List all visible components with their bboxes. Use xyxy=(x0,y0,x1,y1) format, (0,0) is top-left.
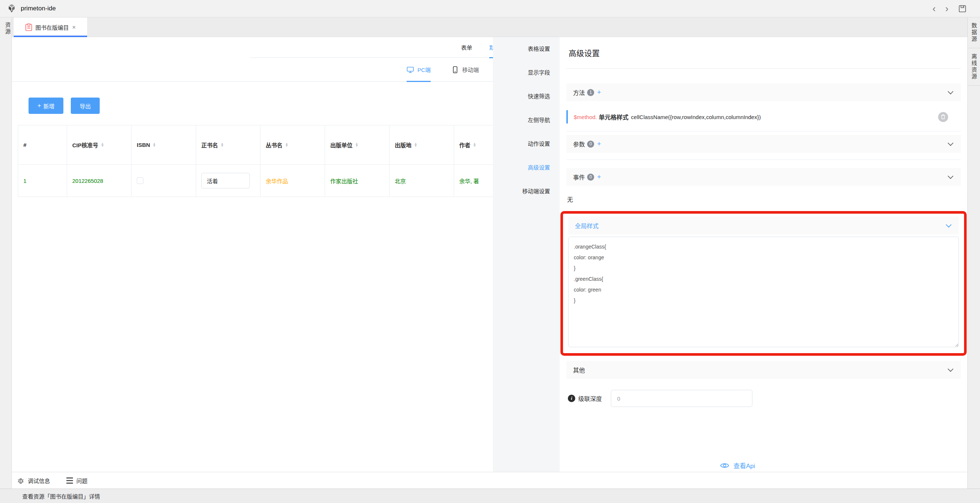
title-bar: primeton-ide ‹ › xyxy=(0,0,980,18)
column-header-cip: CIP核准号 ▲▼ xyxy=(67,125,132,165)
left-sidebar-rail: 资源 xyxy=(0,18,12,489)
add-param-icon[interactable]: + xyxy=(597,140,601,148)
sidebar-item-offline-resources[interactable]: 离线资源 xyxy=(968,48,980,86)
sort-icon[interactable]: ▲▼ xyxy=(153,143,156,147)
section-other[interactable]: 其他 xyxy=(566,361,961,379)
cell-index: 1 xyxy=(18,165,67,197)
trash-icon xyxy=(941,114,945,120)
column-header-index: # xyxy=(18,125,67,165)
method-item: $method. 单元格样式 cellClassName({row,rowInd… xyxy=(566,107,961,126)
column-header-publisher: 出版单位 ▲▼ xyxy=(325,125,390,165)
cascade-depth-label: 级联深度 xyxy=(578,394,602,403)
column-header-series: 丛书名 ▲▼ xyxy=(261,125,325,165)
phone-icon xyxy=(452,66,459,73)
panel-title: 高级设置 xyxy=(566,37,961,69)
status-bar: 查看资源「图书在版编目」详情 xyxy=(0,489,980,503)
close-icon[interactable]: × xyxy=(72,24,76,31)
sort-icon[interactable]: ▲▼ xyxy=(414,143,417,147)
section-events[interactable]: 事件 0 + xyxy=(566,168,961,186)
sort-icon[interactable]: ▲▼ xyxy=(221,143,224,147)
chevron-down-icon[interactable] xyxy=(948,173,954,179)
tab-mobile[interactable]: 移动端 xyxy=(452,58,479,81)
settings-drawer: 表格设置 显示字段 快速筛选 左侧导航 动作设置 高级设置 移动端设置 高级设置… xyxy=(493,37,967,472)
tab-form[interactable]: 表单 xyxy=(461,37,472,58)
events-empty-text: 无 xyxy=(566,195,961,204)
app-logo-icon xyxy=(7,4,17,14)
menu-item-quick-filter[interactable]: 快速筛选 xyxy=(493,85,560,108)
editor-tab-label: 图书在版编目 xyxy=(36,23,69,31)
problems-tab[interactable]: 问题 xyxy=(66,477,88,484)
editor-tab-bar: 图书在版编目 × xyxy=(12,18,967,37)
menu-item-action-settings[interactable]: 动作设置 xyxy=(493,132,560,156)
count-badge: 0 xyxy=(587,141,594,148)
chevron-down-icon[interactable] xyxy=(948,89,954,94)
count-badge: 0 xyxy=(587,174,594,180)
table-toolbar: + 新增 导出 xyxy=(29,97,100,114)
sort-icon[interactable]: ▲▼ xyxy=(101,143,104,147)
plus-icon: + xyxy=(37,102,41,109)
monitor-icon xyxy=(407,66,414,73)
isbn-checkbox[interactable] xyxy=(137,177,143,184)
bug-icon xyxy=(17,477,24,484)
list-icon xyxy=(66,477,73,484)
document-icon xyxy=(25,23,32,31)
menu-item-table-settings[interactable]: 表格设置 xyxy=(493,37,560,61)
menu-item-left-nav[interactable]: 左侧导航 xyxy=(493,108,560,132)
section-params[interactable]: 参数 0 + xyxy=(566,135,961,153)
add-method-icon[interactable]: + xyxy=(597,89,601,96)
cell-series: 余华作品 xyxy=(261,165,325,197)
delete-method-button[interactable] xyxy=(938,112,948,122)
add-button[interactable]: + 新增 xyxy=(29,97,64,114)
right-sidebar-rail: 数据源 离线资源 xyxy=(967,18,980,489)
count-badge: 1 xyxy=(587,89,594,96)
save-icon[interactable] xyxy=(958,5,967,13)
info-icon: i xyxy=(568,395,575,402)
tab-pc[interactable]: PC端 xyxy=(407,58,431,81)
chevron-down-icon[interactable] xyxy=(948,366,954,372)
global-style-textarea[interactable]: .orangeClass{ color: orange } .greenClas… xyxy=(568,237,959,347)
drawer-menu: 表格设置 显示字段 快速筛选 左侧导航 动作设置 高级设置 移动端设置 xyxy=(493,37,560,472)
column-header-isbn: ISBN ▲▼ xyxy=(132,125,196,165)
add-event-icon[interactable]: + xyxy=(597,173,601,181)
menu-item-mobile-settings[interactable]: 移动端设置 xyxy=(493,180,560,203)
sort-icon[interactable]: ▲▼ xyxy=(473,143,476,147)
view-tabs: 表单 默认视图 xyxy=(250,37,517,58)
sort-icon[interactable]: ▲▼ xyxy=(355,143,358,147)
section-global-style[interactable]: 全局样式 xyxy=(568,217,959,235)
method-accent-bar xyxy=(566,110,568,123)
sort-icon[interactable]: ▲▼ xyxy=(285,143,288,147)
cell-title xyxy=(196,165,261,197)
column-header-place: 出版地 ▲▼ xyxy=(390,125,454,165)
chevron-down-icon[interactable] xyxy=(948,140,954,146)
title-input[interactable] xyxy=(201,173,250,188)
sidebar-item-datasource[interactable]: 数据源 xyxy=(968,18,980,48)
status-text: 查看资源「图书在版编目」详情 xyxy=(22,492,100,500)
nav-forward-icon[interactable]: › xyxy=(945,4,948,13)
editor-tab-book-cip[interactable]: 图书在版编目 × xyxy=(14,18,87,37)
app-title: primeton-ide xyxy=(21,5,56,12)
view-api-link[interactable]: 查看Api xyxy=(541,461,935,470)
cascade-depth-row: i 级联深度 xyxy=(566,390,961,407)
device-tabs: PC端 移动端 xyxy=(12,58,493,81)
cell-place: 北京 xyxy=(390,165,454,197)
cell-publisher: 作家出版社 xyxy=(325,165,390,197)
export-button[interactable]: 导出 xyxy=(71,97,100,114)
section-methods[interactable]: 方法 1 + xyxy=(566,83,961,101)
cell-cip: 2012265028 xyxy=(67,165,132,197)
cascade-depth-input[interactable] xyxy=(611,390,752,407)
cell-isbn xyxy=(132,165,196,197)
bottom-panel-bar: 调试信息 问题 xyxy=(12,472,967,489)
menu-item-display-fields[interactable]: 显示字段 xyxy=(493,61,560,85)
books-table: # CIP核准号 ▲▼ ISBN ▲▼ 正书名 ▲▼ 丛书名 ▲▼ 出版单位 ▲… xyxy=(18,125,519,197)
nav-back-icon[interactable]: ‹ xyxy=(932,4,936,13)
eye-icon xyxy=(720,463,729,468)
drawer-content: 高级设置 方法 1 + $method. 单元格样式 cellClassName… xyxy=(560,37,967,472)
column-header-title: 正书名 ▲▼ xyxy=(196,125,261,165)
sidebar-item-resources[interactable]: 资源 xyxy=(0,22,11,35)
highlight-annotation-box: 全局样式 .orangeClass{ color: orange } .gree… xyxy=(560,211,967,356)
debug-info-tab[interactable]: 调试信息 xyxy=(17,477,50,484)
chevron-down-icon[interactable] xyxy=(946,222,952,228)
menu-item-advanced-settings[interactable]: 高级设置 xyxy=(493,156,560,180)
